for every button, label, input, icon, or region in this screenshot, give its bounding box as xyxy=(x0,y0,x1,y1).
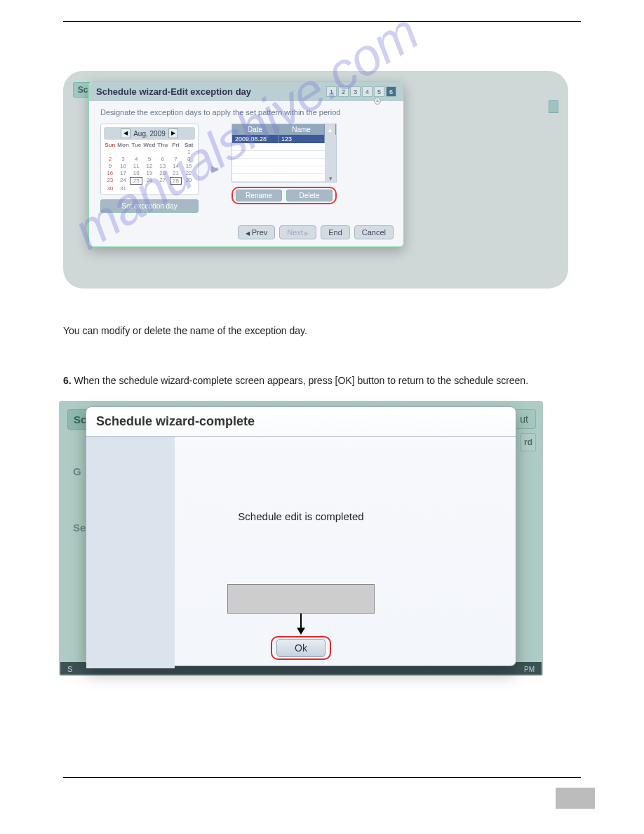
col-date: Date xyxy=(232,124,279,135)
table-row[interactable]: 2009.08.28 123 xyxy=(232,135,325,143)
cal-prev-button[interactable]: ◀ xyxy=(121,128,130,138)
cal-day-cell[interactable]: 29 xyxy=(182,177,195,185)
cal-day-cell[interactable]: 4 xyxy=(130,156,142,162)
complete-dialog: Schedule wizard-complete Schedule edit i… xyxy=(86,406,516,666)
cal-day-cell[interactable]: 28 xyxy=(170,177,182,185)
prev-button[interactable]: Prev xyxy=(238,225,275,239)
cal-day-header: Fri xyxy=(170,142,182,148)
bg-fragment-rd: rd xyxy=(521,433,536,451)
cal-day-cell[interactable]: 18 xyxy=(130,170,142,176)
cal-day-cell xyxy=(182,185,195,192)
table-row xyxy=(232,143,325,151)
cal-day-cell[interactable]: 13 xyxy=(156,163,169,169)
step-5[interactable]: 5 xyxy=(374,86,384,97)
background-app: Sc ut rd G Se S PM Schedule wizard-compl… xyxy=(59,401,543,676)
top-rule xyxy=(63,21,581,22)
delete-button[interactable]: Delete xyxy=(286,190,333,201)
cal-day-cell xyxy=(104,149,116,155)
bg-fragment-se: Se xyxy=(73,522,86,534)
cal-day-cell[interactable]: 21 xyxy=(170,170,182,176)
dialog1-header: Schedule wizard-Edit exception day 1 2 3… xyxy=(89,82,403,101)
cal-day-header: Sun xyxy=(104,142,116,148)
step-6-body: When the schedule wizard-complete screen… xyxy=(74,375,528,386)
wizard-steps: 1 2 3 4 5 6 xyxy=(326,86,396,97)
annotation-box xyxy=(227,584,375,614)
step-6[interactable]: 6 xyxy=(386,86,396,97)
cal-day-cell[interactable]: 10 xyxy=(117,163,130,169)
cal-day-cell[interactable]: 19 xyxy=(143,170,156,176)
cal-day-cell[interactable]: 5 xyxy=(143,156,156,162)
step-3[interactable]: 3 xyxy=(350,86,361,97)
calendar-grid[interactable]: SunMonTueWedThuFriSat1234567891011121314… xyxy=(104,142,195,192)
cal-day-cell[interactable]: 16 xyxy=(104,170,116,176)
cal-day-header: Wed xyxy=(143,142,156,148)
completion-message: Schedule edit is completed xyxy=(86,510,516,522)
ok-button[interactable]: Ok xyxy=(276,639,326,657)
step-2[interactable]: 2 xyxy=(338,86,349,97)
cal-day-header: Sat xyxy=(182,142,195,148)
cal-day-cell[interactable]: 30 xyxy=(104,185,116,192)
end-button[interactable]: End xyxy=(321,225,350,239)
cal-day-cell xyxy=(130,185,142,192)
cal-day-cell[interactable]: 24 xyxy=(117,177,130,185)
cal-day-cell xyxy=(170,149,182,155)
cal-day-cell[interactable]: 12 xyxy=(143,163,156,169)
bg-fragment-d xyxy=(549,100,558,113)
status-left: S xyxy=(67,665,72,673)
table-row xyxy=(232,174,325,182)
close-icon[interactable]: × xyxy=(374,98,381,105)
rename-button[interactable]: Rename xyxy=(236,190,282,201)
cal-day-cell[interactable]: 8 xyxy=(182,156,195,162)
cal-day-cell[interactable]: 26 xyxy=(143,177,156,185)
cal-day-cell[interactable]: 11 xyxy=(130,163,142,169)
page-number-box xyxy=(556,788,595,809)
cal-day-cell xyxy=(143,185,156,192)
step-6-num: 6. xyxy=(63,375,72,386)
table-row xyxy=(232,166,325,174)
dialog2-side-panel xyxy=(86,437,175,668)
cal-day-cell[interactable]: 25 xyxy=(130,177,142,185)
cancel-button[interactable]: Cancel xyxy=(354,225,394,239)
caption-text: You can modify or delete the name of the… xyxy=(63,324,581,338)
cal-day-cell[interactable]: 3 xyxy=(117,156,130,162)
row-date: 2009.08.28 xyxy=(232,135,279,143)
arrow-down-icon xyxy=(300,614,302,633)
cal-day-cell xyxy=(143,149,156,155)
dialog1-instruction: Designate the exception days to apply th… xyxy=(100,108,392,117)
cal-next-button[interactable]: ▶ xyxy=(168,128,178,138)
cal-day-cell[interactable]: 31 xyxy=(117,185,130,192)
cal-day-cell[interactable]: 6 xyxy=(156,156,169,162)
cal-day-cell[interactable]: 14 xyxy=(170,163,182,169)
exception-table: Date Name ▴ 2009.08.28 123 xyxy=(232,124,337,183)
table-row xyxy=(232,159,325,166)
bg-fragment-g: G xyxy=(73,465,81,477)
cal-day-cell[interactable]: 7 xyxy=(170,156,182,162)
cal-day-cell[interactable]: 15 xyxy=(182,163,195,169)
cal-day-header: Thu xyxy=(156,142,169,148)
cal-day-cell[interactable]: 1 xyxy=(182,149,195,155)
table-row xyxy=(232,151,325,159)
cal-day-cell[interactable]: 20 xyxy=(156,170,169,176)
next-button[interactable]: Next xyxy=(279,225,316,239)
cal-day-header: Mon xyxy=(117,142,130,148)
cal-day-cell[interactable]: 17 xyxy=(117,170,130,176)
step-4[interactable]: 4 xyxy=(362,86,373,97)
step-1[interactable]: 1 xyxy=(326,86,337,97)
scrollbar[interactable]: ▾ xyxy=(325,135,336,182)
cal-day-cell[interactable]: 9 xyxy=(104,163,116,169)
top-info-panel: Sc Schedule wizard-Edit exception day 1 … xyxy=(63,71,568,289)
arrow-right-icon: ▶ xyxy=(211,163,219,174)
set-exception-day-button[interactable]: Set exception day xyxy=(100,199,199,213)
wizard-nav: Prev Next End Cancel xyxy=(89,220,403,246)
rename-delete-highlight: Rename Delete xyxy=(232,187,337,204)
calendar: ◀ Aug, 2009 ▶ SunMonTueWedThuFriSat12345… xyxy=(100,124,199,195)
cal-month-label: Aug, 2009 xyxy=(133,130,166,138)
cal-day-cell[interactable]: 23 xyxy=(104,177,116,185)
cal-day-cell xyxy=(117,149,130,155)
cal-day-cell[interactable]: 27 xyxy=(156,177,169,185)
cal-day-cell xyxy=(130,149,142,155)
cal-day-cell[interactable]: 2 xyxy=(104,156,116,162)
dialog1-title: Schedule wizard-Edit exception day xyxy=(96,86,251,97)
scroll-up-icon[interactable]: ▴ xyxy=(325,124,336,135)
cal-day-cell[interactable]: 22 xyxy=(182,170,195,176)
